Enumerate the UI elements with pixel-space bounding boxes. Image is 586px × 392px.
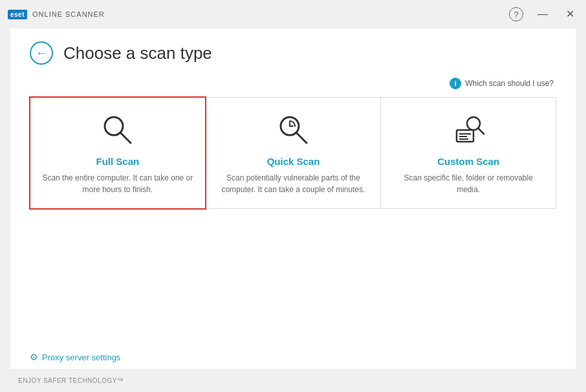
main-content: ← Choose a scan type i Which scan should… (10, 28, 576, 369)
page-header: ← Choose a scan type (30, 41, 556, 65)
bottom-bar: ENJOY SAFER TECHNOLOGY™ (0, 369, 586, 392)
custom-scan-icon (449, 111, 488, 149)
full-scan-title: Full Scan (96, 156, 139, 167)
bottom-bar-text: ENJOY SAFER TECHNOLOGY™ (18, 377, 124, 384)
full-scan-desc: Scan the entire computer. It can take on… (41, 172, 195, 195)
svg-line-11 (478, 128, 484, 134)
close-button[interactable]: ✕ (562, 8, 578, 21)
quick-scan-desc: Scan potentially vulnerable parts of the… (217, 172, 371, 195)
title-bar-controls: ? — ✕ (509, 7, 578, 21)
eset-badge: eset (8, 10, 27, 19)
custom-scan-card[interactable]: Custom Scan Scan specific file, folder o… (380, 97, 556, 209)
eset-logo: eset (8, 10, 27, 19)
svg-line-1 (120, 133, 131, 143)
title-bar-left: eset ONLINE SCANNER (8, 10, 105, 19)
quick-scan-card[interactable]: Quick Scan Scan potentially vulnerable p… (206, 97, 381, 209)
page-title: Choose a scan type (63, 43, 212, 63)
proxy-settings-link[interactable]: ⚙ Proxy server settings (30, 352, 556, 362)
footer-area: ⚙ Proxy server settings (10, 352, 576, 369)
gear-icon: ⚙ (30, 352, 38, 362)
minimize-button[interactable]: — (534, 8, 552, 21)
back-button[interactable]: ← (30, 41, 53, 65)
which-scan-text: Which scan should I use? (465, 79, 554, 88)
full-scan-card[interactable]: Full Scan Scan the entire computer. It c… (29, 96, 206, 210)
proxy-settings-label: Proxy server settings (42, 353, 120, 362)
info-icon: i (450, 78, 461, 89)
svg-line-3 (296, 133, 307, 143)
help-button[interactable]: ? (509, 7, 523, 21)
back-arrow-icon: ← (36, 47, 47, 60)
scan-cards-container: Full Scan Scan the entire computer. It c… (30, 97, 556, 209)
quick-scan-icon (274, 111, 313, 149)
which-scan-hint: i Which scan should I use? (30, 78, 554, 89)
custom-scan-desc: Scan specific file, folder or removable … (391, 172, 545, 195)
custom-scan-title: Custom Scan (437, 156, 499, 167)
quick-scan-title: Quick Scan (267, 156, 320, 167)
title-bar: eset ONLINE SCANNER ? — ✕ (0, 0, 586, 28)
app-name: ONLINE SCANNER (32, 10, 105, 18)
full-scan-icon (98, 111, 137, 149)
